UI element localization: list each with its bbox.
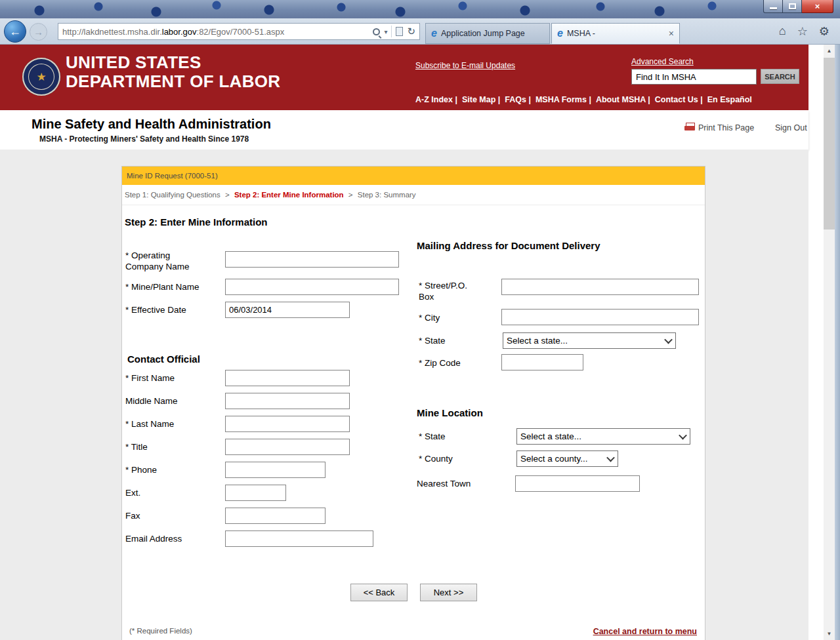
chevron-down-icon (661, 333, 675, 348)
last-name-input[interactable] (225, 416, 350, 432)
nav-az-index[interactable]: A-Z Index | (415, 95, 457, 104)
next-button[interactable]: Next >> (420, 584, 477, 601)
nav-site-map[interactable]: Site Map | (462, 95, 500, 104)
browser-back-button[interactable]: ← (4, 20, 26, 43)
msha-subheader: Mine Safety and Health Administration MS… (0, 110, 808, 150)
browser-toolbar: ← → http://lakdnettest.msha.dir.labor.go… (0, 18, 840, 45)
contact-official-heading: Contact Official (127, 353, 200, 365)
title-input[interactable] (225, 439, 350, 455)
agency-line1: UNITED STATES (66, 53, 280, 72)
mine-plant-name-input[interactable] (225, 279, 399, 295)
cancel-return-link[interactable]: Cancel and return to menu (593, 627, 697, 636)
nearest-town-label: Nearest Town (417, 478, 502, 489)
nav-contact-us[interactable]: Contact Us | (655, 95, 703, 104)
breadcrumb-separator: > (348, 191, 353, 199)
chevron-down-icon (675, 429, 690, 444)
subscribe-link[interactable]: Subscribe to E-mail Updates (415, 61, 515, 70)
first-name-label: * First Name (125, 372, 220, 384)
email-address-input[interactable] (225, 530, 373, 547)
search-icon[interactable] (373, 28, 380, 35)
mailing-state-select[interactable]: Select a state... (503, 332, 676, 349)
search-button[interactable]: SEARCH (761, 69, 799, 84)
home-icon[interactable]: ⌂ (779, 24, 786, 39)
breadcrumb-step3: Step 3: Summary (358, 191, 416, 199)
breadcrumb-step2-active: Step 2: Enter Mine Information (234, 191, 344, 199)
page-content: Mine ID Request (7000-51) Step 1: Qualif… (0, 150, 808, 640)
operating-company-label: * Operating Company Name (125, 250, 203, 272)
mailing-state-label: * State (419, 335, 484, 346)
dol-seal: ★ (22, 58, 60, 96)
compatibility-view-icon[interactable] (396, 27, 403, 36)
email-address-label: Email Address (125, 533, 220, 544)
breadcrumb-step1[interactable]: Step 1: Qualifying Questions (125, 191, 220, 199)
agency-name: UNITED STATES DEPARTMENT OF LABOR (66, 53, 280, 91)
location-state-label: * State (419, 431, 491, 442)
phone-label: * Phone (125, 464, 220, 475)
print-icon[interactable] (684, 123, 695, 132)
middle-name-input[interactable] (225, 393, 350, 409)
print-this-page-link[interactable]: Print This Page (698, 123, 754, 132)
close-icon: × (815, 1, 820, 11)
location-state-value: Select a state... (520, 431, 581, 441)
search-dropdown-caret-icon[interactable]: ▾ (384, 28, 387, 35)
refresh-icon[interactable]: ↻ (407, 26, 415, 37)
street-po-box-label: * Street/P.O. Box (419, 280, 484, 302)
forward-arrow-icon: → (33, 26, 43, 37)
back-button[interactable]: << Back (350, 584, 408, 601)
browser-forward-button[interactable]: → (30, 23, 47, 41)
ie-icon: e (431, 28, 437, 39)
county-select[interactable]: Select a county... (516, 450, 618, 467)
scroll-down-icon: ▼ (827, 631, 832, 637)
location-state-select[interactable]: Select a state... (516, 428, 690, 445)
title-label: * Title (125, 441, 220, 452)
county-value: Select a county... (520, 454, 588, 464)
ie-icon: e (557, 28, 563, 39)
minimize-button[interactable] (763, 0, 783, 13)
scroll-down-button[interactable]: ▼ (824, 628, 835, 640)
city-label: * City (419, 312, 484, 323)
msha-search-input[interactable] (631, 69, 757, 85)
effective-date-input[interactable] (225, 302, 350, 318)
mine-location-heading: Mine Location (417, 407, 483, 418)
scroll-up-icon: ▲ (827, 48, 832, 54)
tab-msha[interactable]: e MSHA - × (551, 23, 680, 44)
browser-viewport: ★ UNITED STATES DEPARTMENT OF LABOR Subs… (0, 45, 824, 640)
back-arrow-icon: ← (9, 25, 21, 39)
nav-msha-forms[interactable]: MSHA Forms | (536, 95, 591, 104)
scrollbar-thumb[interactable] (824, 58, 835, 230)
tab-label: Application Jump Page (441, 29, 525, 38)
mine-plant-name-label: * Mine/Plant Name (125, 281, 220, 292)
breadcrumb-divider (122, 205, 705, 205)
address-bar[interactable]: http://lakdnettest.msha.dir.labor.gov:82… (58, 23, 420, 40)
scroll-up-button[interactable]: ▲ (824, 45, 835, 57)
sign-out-link[interactable]: Sign Out (775, 123, 807, 132)
agency-line2: DEPARTMENT OF LABOR (66, 72, 280, 91)
msha-title: Mine Safety and Health Administration (32, 117, 271, 132)
fax-input[interactable] (225, 508, 326, 524)
favorites-icon[interactable]: ☆ (797, 24, 808, 39)
vertical-scrollbar[interactable]: ▲ ▼ (824, 45, 835, 640)
city-input[interactable] (501, 309, 699, 325)
settings-gear-icon[interactable]: ⚙ (819, 24, 830, 39)
street-po-box-input[interactable] (501, 279, 699, 295)
maximize-button[interactable] (783, 0, 802, 13)
nav-faqs[interactable]: FAQs | (505, 95, 531, 104)
operating-company-input[interactable] (225, 251, 399, 268)
nearest-town-input[interactable] (515, 475, 640, 492)
advanced-search-link[interactable]: Advanced Search (631, 57, 694, 66)
window-controls: × (763, 0, 833, 13)
address-divider (391, 26, 392, 37)
tab-application-jump-page[interactable]: e Application Jump Page (425, 23, 550, 44)
ext-input[interactable] (225, 485, 286, 501)
close-window-button[interactable]: × (802, 0, 833, 13)
window-frame (835, 45, 840, 640)
first-name-input[interactable] (225, 370, 350, 386)
nav-about-msha[interactable]: About MSHA | (596, 95, 650, 104)
dol-header: ★ UNITED STATES DEPARTMENT OF LABOR Subs… (0, 45, 808, 110)
step-heading: Step 2: Enter Mine Information (125, 216, 268, 228)
nav-en-espanol[interactable]: En Español (707, 95, 752, 104)
tab-close-icon[interactable]: × (669, 28, 674, 39)
zip-code-input[interactable] (501, 354, 583, 370)
phone-input[interactable] (225, 462, 326, 478)
panel-title: Mine ID Request (7000-51) (127, 172, 218, 180)
